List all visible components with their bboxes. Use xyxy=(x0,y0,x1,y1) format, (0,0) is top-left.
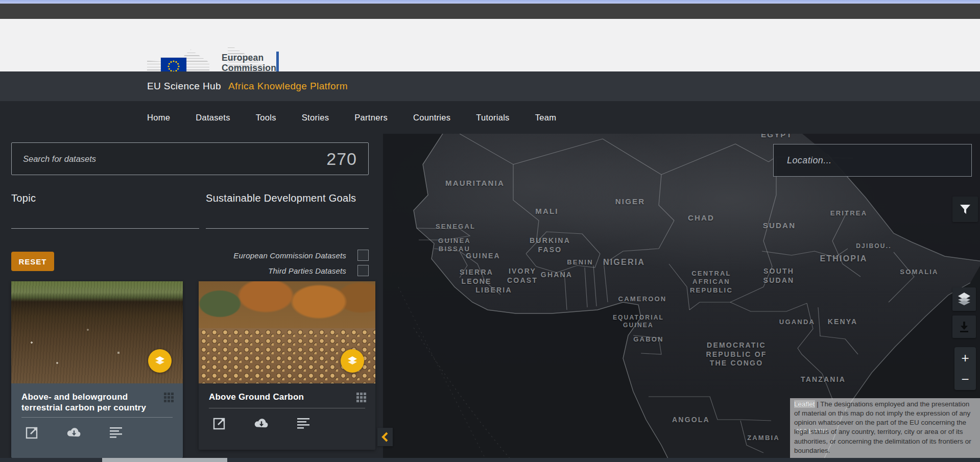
grid-icon[interactable] xyxy=(356,393,367,403)
nav-item-tutorials[interactable]: Tutorials xyxy=(476,113,509,123)
ec-datasets-label: European Commission Datasets xyxy=(233,251,346,260)
third-party-datasets-checkbox[interactable] xyxy=(357,265,369,276)
main-nav: Home Datasets Tools Stories Partners Cou… xyxy=(0,101,980,134)
topic-select-underline xyxy=(11,228,199,229)
nav-item-partners[interactable]: Partners xyxy=(354,113,388,123)
dataset-count: 270 xyxy=(326,149,357,169)
map-zoom-control: + − xyxy=(954,347,976,390)
site-name[interactable]: EU Science Hub xyxy=(147,81,221,92)
grid-icon[interactable] xyxy=(164,393,175,403)
card-divider xyxy=(21,417,173,418)
nav-item-team[interactable]: Team xyxy=(535,113,557,123)
site-bar: EU Science Hub Africa Knowledge Platform xyxy=(0,71,980,101)
leaflet-link[interactable]: Leaflet xyxy=(794,400,815,408)
card-divider xyxy=(209,408,365,408)
layers-icon xyxy=(154,355,166,367)
cloud-download-icon[interactable] xyxy=(66,425,82,440)
chevron-left-icon xyxy=(380,431,390,443)
nav-item-home[interactable]: Home xyxy=(147,113,170,123)
layers-icon xyxy=(957,291,972,307)
sdg-select-underline xyxy=(206,228,369,229)
open-external-icon[interactable] xyxy=(25,425,40,440)
datasets-sidebar: Search for datasets 270 Topic Sustainabl… xyxy=(0,134,383,458)
map-attribution: Leaflet | The designations employed and … xyxy=(790,398,980,458)
open-external-icon[interactable] xyxy=(212,416,227,431)
third-party-datasets-label: Third Parties Datasets xyxy=(268,266,346,275)
dataset-search-input[interactable]: Search for datasets 270 xyxy=(11,142,369,175)
add-layer-button[interactable] xyxy=(148,349,172,373)
map-layers-button[interactable] xyxy=(952,287,976,311)
location-placeholder: Location... xyxy=(787,155,831,166)
ec-datasets-filter-row: European Commission Datasets xyxy=(11,249,369,261)
card-actions xyxy=(212,416,311,431)
map-download-button[interactable] xyxy=(952,315,976,338)
third-party-datasets-filter-row: Third Parties Datasets xyxy=(11,264,369,277)
content-area: Search for datasets 270 Topic Sustainabl… xyxy=(0,134,980,458)
attribution-text: | The designations employed and the pres… xyxy=(794,400,971,454)
description-lines-icon[interactable] xyxy=(296,416,311,431)
dataset-title: Above- and belowground terrestrial carbo… xyxy=(21,392,149,413)
add-layer-button[interactable] xyxy=(341,349,364,373)
zoom-out-button[interactable]: − xyxy=(954,369,976,390)
search-placeholder: Search for datasets xyxy=(23,154,96,164)
description-lines-icon[interactable] xyxy=(108,425,124,440)
layers-icon xyxy=(346,355,358,367)
header: European Commission xyxy=(0,19,980,71)
zoom-in-button[interactable]: + xyxy=(954,347,976,369)
browser-top-strip xyxy=(0,0,980,4)
scrollbar-thumb[interactable] xyxy=(102,458,227,462)
nav-item-stories[interactable]: Stories xyxy=(302,113,329,123)
nav-item-countries[interactable]: Countries xyxy=(413,113,450,123)
browser-bar xyxy=(0,4,980,19)
map-filter-button[interactable] xyxy=(952,197,978,222)
nav-item-datasets[interactable]: Datasets xyxy=(196,113,230,123)
sidebar-collapse-button[interactable] xyxy=(377,428,393,446)
africa-map[interactable]: EGYPTMAURITANIAMALINIGERCHADSUDANERITREA… xyxy=(383,134,980,458)
card-actions xyxy=(25,425,124,440)
cloud-download-icon[interactable] xyxy=(254,416,269,431)
download-icon xyxy=(958,320,971,333)
filter-funnel-icon xyxy=(959,203,972,216)
logo-text: European Commission xyxy=(222,53,276,73)
sdg-select[interactable]: Sustainable Development Goals xyxy=(206,192,356,204)
location-search-input[interactable]: Location... xyxy=(773,144,972,177)
platform-name[interactable]: Africa Knowledge Platform xyxy=(228,81,348,92)
dataset-card[interactable]: Above Ground Carbon xyxy=(199,281,375,450)
dataset-card[interactable]: Above- and belowground terrestrial carbo… xyxy=(11,281,183,458)
ec-datasets-checkbox[interactable] xyxy=(357,250,369,261)
topic-select[interactable]: Topic xyxy=(11,192,36,204)
horizontal-scrollbar[interactable] xyxy=(0,458,980,462)
dataset-title: Above Ground Carbon xyxy=(209,392,337,402)
nav-item-tools[interactable]: Tools xyxy=(256,113,276,123)
